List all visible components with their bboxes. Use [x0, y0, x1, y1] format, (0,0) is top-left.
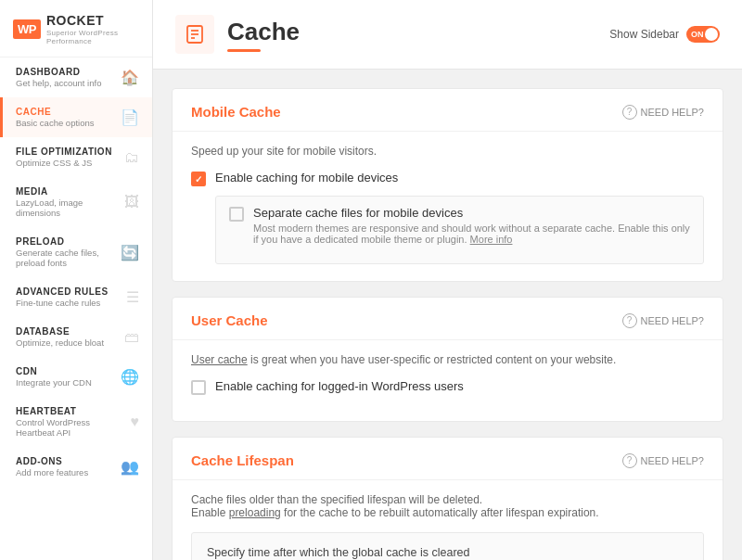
- user-cache-need-help-icon: ?: [622, 313, 637, 328]
- sidebar-item-dashboard-title: DASHBOARD: [16, 67, 101, 77]
- sidebar-item-media[interactable]: MEDIA LazyLoad, image dimensions 🖼: [0, 177, 152, 227]
- main-header: Cache Show Sidebar ON: [153, 0, 742, 70]
- main-content: Cache Show Sidebar ON Mobile Cache ? NEE…: [153, 0, 742, 560]
- logo-subtitle: Superior WordPress Performance: [46, 29, 139, 45]
- cache-lifespan-need-help-label: NEED HELP?: [641, 455, 704, 466]
- add-ons-icon: 👥: [121, 458, 139, 476]
- separate-cache-row: Separate cache files for mobile devices …: [229, 206, 690, 245]
- user-cache-need-help[interactable]: ? NEED HELP?: [622, 313, 704, 328]
- mobile-cache-header: Mobile Cache ? NEED HELP?: [173, 89, 723, 132]
- cache-lifespan-section: Cache Lifespan ? NEED HELP? Cache files …: [172, 437, 723, 560]
- sidebar-item-cdn-title: CDN: [16, 366, 92, 376]
- show-sidebar-label: Show Sidebar: [609, 28, 679, 41]
- header-underline: [227, 49, 261, 52]
- lifespan-box-title: Specify time after which the global cach…: [207, 546, 688, 560]
- toggle-knob: [705, 28, 718, 41]
- sidebar-nav: DASHBOARD Get help, account info 🏠 CACHE…: [0, 57, 152, 560]
- logo-wp: WP: [13, 19, 41, 39]
- cache-icon: 📄: [121, 108, 139, 126]
- mobile-cache-body: Speed up your site for mobile visitors. …: [173, 132, 723, 281]
- mobile-cache-description: Speed up your site for mobile visitors.: [191, 145, 704, 158]
- preload-icon: 🔄: [121, 244, 139, 261]
- user-cache-need-help-label: NEED HELP?: [641, 315, 704, 326]
- sidebar-item-cache-sub: Basic cache options: [16, 118, 95, 128]
- separate-cache-checkbox[interactable]: [229, 207, 244, 222]
- file-optimization-icon: 🗂: [124, 149, 139, 166]
- sidebar-item-dashboard[interactable]: DASHBOARD Get help, account info 🏠: [0, 57, 152, 97]
- database-icon: 🗃: [124, 329, 139, 346]
- sidebar-item-database-title: DATABASE: [16, 326, 104, 337]
- sidebar: WP ROCKET Superior WordPress Performance…: [0, 0, 153, 560]
- logo-area: WP ROCKET Superior WordPress Performance: [0, 0, 152, 57]
- cache-lifespan-title: Cache Lifespan: [191, 452, 294, 468]
- sidebar-item-file-optimization-sub: Optimize CSS & JS: [16, 158, 112, 168]
- sidebar-item-heartbeat[interactable]: HEARTBEAT Control WordPress Heartbeat AP…: [0, 397, 152, 447]
- mobile-cache-need-help-label: NEED HELP?: [641, 107, 704, 118]
- sidebar-item-cache[interactable]: CACHE Basic cache options 📄: [0, 97, 152, 137]
- cache-lifespan-body: Cache files older than the specified lif…: [173, 480, 723, 560]
- enable-mobile-row: Enable caching for mobile devices: [191, 171, 704, 186]
- cache-lifespan-header: Cache Lifespan ? NEED HELP?: [173, 438, 723, 480]
- sidebar-item-database-sub: Optimize, reduce bloat: [16, 337, 104, 348]
- sidebar-toggle-switch[interactable]: ON: [686, 26, 720, 43]
- cache-lifespan-need-help-icon: ?: [622, 453, 637, 468]
- sidebar-item-cdn-sub: Integrate your CDN: [16, 377, 92, 388]
- sidebar-item-heartbeat-title: HEARTBEAT: [16, 406, 131, 416]
- more-info-link[interactable]: More info: [470, 234, 513, 245]
- enable-logged-in-label: Enable caching for logged-in WordPress u…: [215, 379, 464, 393]
- sidebar-item-advanced-rules-title: ADVANCED RULES: [16, 286, 109, 297]
- show-sidebar-toggle[interactable]: Show Sidebar ON: [609, 26, 720, 43]
- need-help-icon: ?: [622, 105, 637, 120]
- page-title: Cache: [227, 18, 300, 46]
- user-cache-section: User Cache ? NEED HELP? User cache is gr…: [172, 297, 723, 422]
- advanced-rules-icon: ☰: [126, 288, 139, 306]
- dashboard-icon: 🏠: [121, 69, 139, 86]
- user-cache-body: User cache is great when you have user-s…: [173, 340, 723, 421]
- logo-rocket: ROCKET: [46, 13, 139, 28]
- user-cache-link[interactable]: User cache: [191, 353, 248, 366]
- enable-mobile-label: Enable caching for mobile devices: [215, 171, 398, 185]
- lifespan-box: Specify time after which the global cach…: [191, 532, 704, 560]
- content-body: Mobile Cache ? NEED HELP? Speed up your …: [153, 70, 742, 560]
- separate-cache-container: Separate cache files for mobile devices …: [215, 196, 704, 264]
- sidebar-item-advanced-rules-sub: Fine-tune cache rules: [16, 298, 109, 308]
- mobile-cache-section: Mobile Cache ? NEED HELP? Speed up your …: [172, 88, 723, 282]
- user-cache-description-suffix: is great when you have user-specific or …: [248, 353, 617, 366]
- cache-lifespan-desc2-suffix: for the cache to be rebuilt automaticall…: [281, 506, 599, 519]
- sidebar-item-add-ons[interactable]: ADD-ONS Add more features 👥: [0, 447, 152, 487]
- user-cache-header: User Cache ? NEED HELP?: [173, 298, 723, 340]
- enable-mobile-checkbox[interactable]: [191, 172, 206, 186]
- cache-lifespan-need-help[interactable]: ? NEED HELP?: [622, 453, 704, 468]
- cdn-icon: 🌐: [121, 368, 139, 386]
- sidebar-item-add-ons-sub: Add more features: [16, 467, 88, 477]
- user-cache-description: User cache is great when you have user-s…: [191, 353, 704, 366]
- sidebar-item-file-optimization-title: FILE OPTIMIZATION: [16, 146, 112, 157]
- enable-logged-in-row: Enable caching for logged-in WordPress u…: [191, 379, 704, 395]
- sidebar-item-dashboard-sub: Get help, account info: [16, 78, 101, 88]
- toggle-on-label: ON: [691, 30, 704, 39]
- sidebar-item-heartbeat-sub: Control WordPress Heartbeat API: [16, 417, 131, 438]
- mobile-cache-need-help[interactable]: ? NEED HELP?: [622, 105, 704, 120]
- sidebar-item-database[interactable]: DATABASE Optimize, reduce bloat 🗃: [0, 317, 152, 357]
- preloading-link[interactable]: preloading: [229, 506, 281, 519]
- sidebar-item-cdn[interactable]: CDN Integrate your CDN 🌐: [0, 357, 152, 397]
- cache-lifespan-description: Cache files older than the specified lif…: [191, 493, 704, 519]
- separate-cache-label: Separate cache files for mobile devices: [253, 206, 690, 220]
- separate-cache-desc: Most modern themes are responsive and sh…: [253, 223, 690, 245]
- user-cache-title: User Cache: [191, 312, 268, 328]
- sidebar-item-cache-title: CACHE: [16, 107, 95, 117]
- enable-logged-in-checkbox[interactable]: [191, 380, 206, 395]
- sidebar-item-file-optimization[interactable]: FILE OPTIMIZATION Optimize CSS & JS 🗂: [0, 137, 152, 177]
- sidebar-item-preload-title: PRELOAD: [16, 236, 121, 247]
- sidebar-item-preload-sub: Generate cache files, preload fonts: [16, 248, 121, 268]
- media-icon: 🖼: [124, 194, 139, 210]
- sidebar-item-media-title: MEDIA: [16, 186, 124, 197]
- sidebar-item-preload[interactable]: PRELOAD Generate cache files, preload fo…: [0, 227, 152, 277]
- heartbeat-icon: ♥: [131, 414, 140, 430]
- header-left: Cache: [175, 15, 300, 54]
- sidebar-item-advanced-rules[interactable]: ADVANCED RULES Fine-tune cache rules ☰: [0, 277, 152, 317]
- sidebar-item-add-ons-title: ADD-ONS: [16, 456, 88, 466]
- mobile-cache-title: Mobile Cache: [191, 104, 281, 120]
- cache-lifespan-desc2: Enable: [191, 506, 229, 519]
- sidebar-item-media-sub: LazyLoad, image dimensions: [16, 197, 124, 218]
